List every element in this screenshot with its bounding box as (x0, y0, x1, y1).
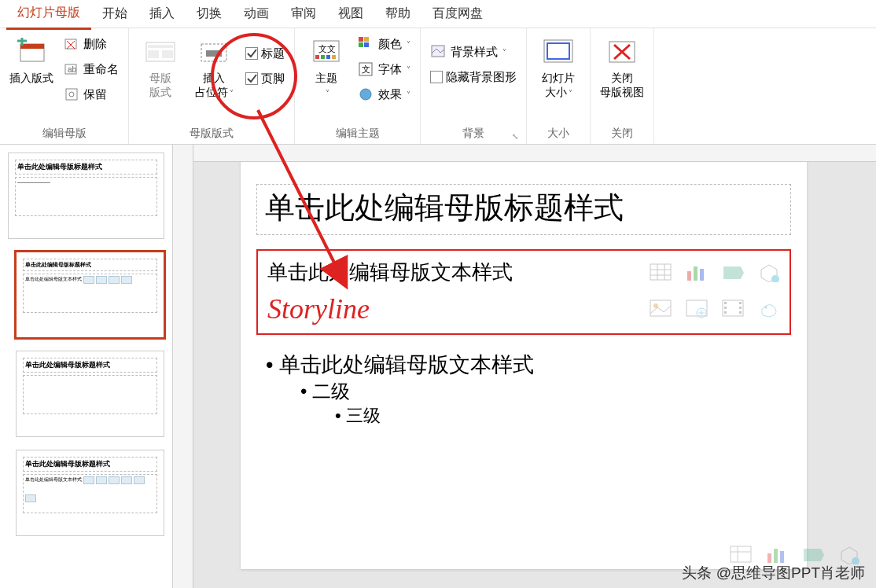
3d-icon[interactable] (758, 263, 780, 282)
master-layout-icon (145, 36, 176, 68)
close-master-button[interactable]: 关闭 母版视图 (597, 31, 647, 104)
group-size: 幻灯片 大小˅ 大小 (527, 28, 591, 144)
group-label-edit-theme: 编辑主题 (301, 123, 414, 142)
svg-rect-20 (321, 55, 325, 59)
tab-view[interactable]: 视图 (327, 0, 374, 28)
svg-rect-63 (780, 551, 784, 563)
tab-transitions[interactable]: 切换 (186, 0, 233, 28)
svg-rect-14 (162, 50, 173, 58)
chevron-down-icon: ˅ (407, 65, 410, 74)
tab-slide-master[interactable]: 幻灯片母版 (6, 0, 91, 30)
preserve-icon (63, 86, 80, 103)
delete-button[interactable]: 删除 (60, 31, 122, 57)
3d-icon[interactable] (838, 546, 860, 564)
svg-rect-19 (315, 55, 319, 59)
chevron-down-icon: ˅ (326, 89, 329, 97)
online-picture-icon[interactable] (686, 300, 708, 318)
svg-rect-43 (694, 266, 697, 281)
ribbon-tabs: 幻灯片母版 开始 插入 切换 动画 审阅 视图 帮助 百度网盘 (0, 0, 876, 28)
colors-button[interactable]: 颜色˅ (355, 31, 414, 57)
svg-rect-62 (774, 549, 778, 563)
fonts-button[interactable]: 文 字体˅ (355, 57, 414, 82)
slide-canvas[interactable]: 单击此处编辑母版标题样式 单击此处编辑母版文本样式 Storyline (193, 145, 876, 588)
content-text: 单击此处编辑母版文本样式 (267, 259, 513, 286)
group-label-close: 关闭 (597, 123, 647, 142)
group-label-master-layout: 母版版式 (135, 123, 288, 142)
chart-icon[interactable] (686, 263, 708, 282)
tab-home[interactable]: 开始 (91, 0, 138, 28)
svg-rect-51 (724, 302, 727, 304)
tab-insert[interactable]: 插入 (138, 0, 186, 28)
table-icon[interactable] (650, 263, 672, 282)
checkbox-icon (430, 71, 443, 83)
text-placeholder[interactable]: 单击此处编辑母版文本样式 二级 三级 (256, 351, 791, 428)
smartart-icon[interactable] (802, 546, 824, 564)
svg-rect-56 (739, 311, 742, 314)
preserve-button[interactable]: 保留 (60, 82, 122, 107)
footer-checkbox[interactable]: 页脚 (242, 66, 288, 91)
insert-layout-button[interactable]: 插入版式 (6, 31, 57, 90)
svg-rect-21 (326, 55, 330, 59)
layout-thumbnail-selected[interactable]: 单击此处编辑母版标题样式 单击此处编辑母版文本样式 (16, 252, 164, 338)
picture-icon[interactable] (650, 300, 672, 318)
insert-placeholder-icon (198, 36, 230, 68)
bullet-level-2: 二级 (266, 379, 791, 404)
tab-help[interactable]: 帮助 (374, 0, 421, 28)
themes-button[interactable]: 文文 主题˅ (301, 31, 352, 104)
hide-bg-checkbox[interactable]: 隐藏背景图形 (427, 64, 520, 90)
icon-insert-icon[interactable] (758, 300, 780, 318)
bg-styles-icon (430, 43, 447, 61)
svg-rect-26 (364, 42, 369, 47)
tab-animations[interactable]: 动画 (233, 0, 280, 28)
themes-icon: 文文 (311, 36, 342, 68)
svg-point-29 (360, 89, 371, 100)
slide-size-icon (543, 36, 574, 68)
vertical-ruler (173, 145, 193, 588)
rename-icon: ab (63, 61, 80, 78)
rename-button[interactable]: ab 重命名 (60, 57, 122, 82)
table-icon[interactable] (730, 546, 752, 564)
svg-text:文文: 文文 (318, 44, 336, 53)
slide-size-button[interactable]: 幻灯片 大小˅ (533, 31, 583, 104)
svg-rect-9 (66, 89, 77, 100)
group-label-edit-master: 编辑母版 (6, 123, 122, 142)
master-layout-button[interactable]: 母版 版式 (135, 31, 186, 104)
bg-styles-button[interactable]: 背景样式˅ (427, 39, 520, 64)
chevron-down-icon: ˅ (407, 90, 410, 99)
insert-layout-icon (16, 36, 47, 68)
insert-placeholder-button[interactable]: 插入 占位符˅ (189, 31, 239, 104)
checkbox-icon (245, 72, 258, 85)
dialog-launcher-icon[interactable]: ⤡ (512, 132, 518, 141)
title-placeholder[interactable]: 单击此处编辑母版标题样式 (256, 184, 791, 235)
bullet-level-3: 三级 (266, 404, 791, 428)
svg-rect-58 (731, 546, 751, 562)
layout-thumbnail[interactable]: 单击此处编辑母版标题样式 单击此处编辑母版文本样式 (16, 450, 164, 536)
ribbon: 插入版式 删除 ab 重命名 保留 编辑母版 (0, 28, 876, 145)
video-icon[interactable] (722, 300, 744, 318)
svg-rect-25 (359, 42, 363, 47)
group-edit-theme: 文文 主题˅ 颜色˅ 文 字体˅ 效果˅ 编辑主题 (295, 28, 421, 144)
group-close: 关闭 母版视图 关闭 (591, 28, 654, 144)
delete-icon (63, 35, 80, 53)
title-checkbox[interactable]: 标题 (242, 41, 288, 66)
chart-icon[interactable] (766, 546, 788, 564)
svg-point-10 (69, 92, 74, 97)
slide-master[interactable]: 单击此处编辑母版标题样式 单击此处编辑母版文本样式 Storyline (241, 160, 807, 569)
group-edit-master: 插入版式 删除 ab 重命名 保留 编辑母版 (0, 28, 129, 144)
smartart-icon[interactable] (722, 263, 744, 282)
tab-baidu[interactable]: 百度网盘 (421, 0, 494, 28)
svg-text:文: 文 (362, 64, 370, 74)
layout-thumbnail[interactable]: 单击此处编辑母版标题样式 (16, 351, 164, 437)
master-thumbnail[interactable]: 单击此处编辑母版标题样式 —————— (8, 153, 164, 239)
svg-rect-23 (359, 37, 363, 42)
chevron-down-icon: ˅ (569, 89, 572, 97)
fonts-icon: 文 (358, 61, 375, 78)
thumbnail-pane[interactable]: 单击此处编辑母版标题样式 —————— 单击此处编辑母版标题样式 单击此处编辑母… (0, 145, 173, 588)
effects-button[interactable]: 效果˅ (355, 82, 414, 107)
tab-review[interactable]: 审阅 (280, 0, 327, 28)
checkbox-icon (245, 47, 258, 60)
watermark: 头条 @思维导图PPT肖老师 (682, 563, 865, 583)
effects-icon (358, 86, 375, 103)
content-placeholder-highlighted[interactable]: 单击此处编辑母版文本样式 Storyline (256, 249, 791, 335)
chevron-down-icon: ˅ (502, 48, 506, 57)
